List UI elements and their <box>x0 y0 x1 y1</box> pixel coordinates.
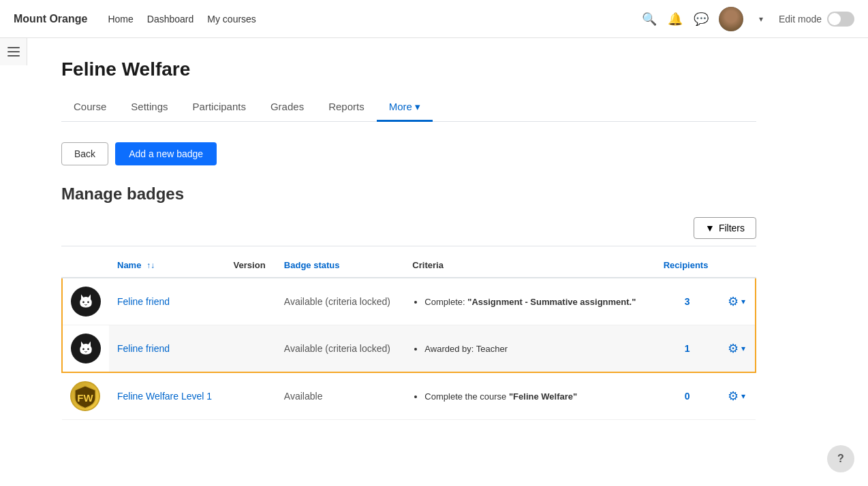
badge-criteria-cell-2: Awarded by: Teacher <box>404 325 655 373</box>
nav-links: Home Dashboard My courses <box>108 14 641 25</box>
topnav-right: 🔍 🔔 💬 ▾ Edit mode <box>641 7 854 31</box>
sort-icon: ↑↓ <box>146 261 155 270</box>
criteria-prefix-2: Awarded by: Teacher <box>424 344 508 354</box>
table-divider <box>61 246 756 246</box>
gear-icon-1: ⚙ <box>728 294 739 309</box>
badge-name-link-3[interactable]: Feline Welfare Level 1 <box>117 391 212 402</box>
badge-name-cell-3: Feline Welfare Level 1 <box>109 372 226 420</box>
user-menu-chevron-icon[interactable]: ▾ <box>753 11 769 27</box>
toggle-knob <box>828 13 841 25</box>
badge-criteria-cell-3: Complete the course "Feline Welfare" <box>404 372 655 420</box>
badge-status-text-2: Available (criteria locked) <box>284 343 390 354</box>
badge-recipients-cell-3: 0 <box>655 372 719 420</box>
sidebar-toggle-button[interactable] <box>0 38 27 65</box>
topnav: Mount Orange Home Dashboard My courses 🔍… <box>0 0 868 38</box>
tab-reports[interactable]: Reports <box>316 94 377 122</box>
badge-status-cell-2: Available (criteria locked) <box>276 325 405 373</box>
col-version-header: Version <box>226 253 276 278</box>
table-row: FW Feline Welfare Level 1 Available Comp… <box>62 372 756 420</box>
badge-version-cell-2 <box>226 325 276 373</box>
nav-mycourses[interactable]: My courses <box>207 14 256 25</box>
table-header: Name ↑↓ Version Badge status Criteria Re… <box>62 253 756 278</box>
col-recipients-header: Recipients <box>655 253 719 278</box>
badge-recipients-cell: 3 <box>655 278 719 325</box>
back-button[interactable]: Back <box>61 142 108 165</box>
action-buttons: Back Add a new badge <box>61 142 756 165</box>
badge-version-cell-3 <box>226 372 276 420</box>
badge-name-cell-2: Feline friend <box>109 325 226 373</box>
filter-icon: ▼ <box>705 223 715 233</box>
criteria-item-3: Complete the course "Feline Welfare" <box>424 391 647 402</box>
criteria-bold-1: "Assignment - Summative assignment." <box>467 297 636 307</box>
svg-text:FW: FW <box>77 392 93 404</box>
main-content: Feline Welfare Course Settings Participa… <box>34 38 784 440</box>
svg-rect-2 <box>7 55 20 56</box>
notification-bell-icon[interactable]: 🔔 <box>667 11 683 27</box>
shield-svg: FW <box>72 383 99 410</box>
page-title: Feline Welfare <box>61 59 756 80</box>
badge-status-text-3: Available <box>284 391 323 402</box>
svg-point-4 <box>87 302 89 304</box>
chevron-icon-2: ▾ <box>741 344 745 353</box>
badge-status-text-1: Available (criteria locked) <box>284 296 390 307</box>
section-title: Manage badges <box>61 184 756 204</box>
badge-status-cell: Available (criteria locked) <box>276 278 405 325</box>
filters-button[interactable]: ▼ Filters <box>694 217 756 239</box>
badge-criteria-cell: Complete: "Assignment - Summative assign… <box>404 278 655 325</box>
col-icon <box>62 253 109 278</box>
tab-participants[interactable]: Participants <box>181 94 258 122</box>
filters-label: Filters <box>719 223 745 233</box>
cat-svg <box>76 292 95 311</box>
recipients-count-2: 1 <box>685 343 690 354</box>
badge-gear-button-2[interactable]: ⚙ ▾ <box>728 341 747 356</box>
filters-row: ▼ Filters <box>61 217 756 239</box>
tab-more[interactable]: More ▾ <box>377 94 433 122</box>
criteria-prefix-1: Complete: <box>424 297 467 307</box>
badge-icon-cell-3: FW <box>62 372 109 420</box>
svg-rect-1 <box>7 51 20 52</box>
add-badge-button[interactable]: Add a new badge <box>115 142 217 165</box>
gear-icon-3: ⚙ <box>728 389 739 404</box>
criteria-item-2: Awarded by: Teacher <box>424 344 647 354</box>
criteria-bold-3: "Feline Welfare" <box>509 391 577 402</box>
svg-point-5 <box>82 349 84 351</box>
edit-mode-switch[interactable] <box>827 12 854 27</box>
badge-version-cell <box>226 278 276 325</box>
col-criteria-header: Criteria <box>404 253 655 278</box>
recipients-count-3: 0 <box>685 391 690 402</box>
cat-svg-2 <box>76 339 95 358</box>
col-name-header[interactable]: Name ↑↓ <box>109 253 226 278</box>
criteria-item-1: Complete: "Assignment - Summative assign… <box>424 297 647 307</box>
badge-name-link-2[interactable]: Feline friend <box>117 343 170 354</box>
user-avatar[interactable] <box>719 7 743 31</box>
badge-status-cell-3: Available <box>276 372 405 420</box>
tab-more-chevron-icon: ▾ <box>415 101 420 112</box>
badge-shield-icon: FW <box>70 381 100 411</box>
svg-point-6 <box>87 349 89 351</box>
badge-actions-cell: ⚙ ▾ <box>719 278 756 325</box>
badge-name-link-1[interactable]: Feline friend <box>117 296 170 307</box>
tab-grades[interactable]: Grades <box>258 94 316 122</box>
nav-dashboard[interactable]: Dashboard <box>147 14 194 25</box>
criteria-prefix-3: Complete the course <box>424 391 509 402</box>
messages-icon[interactable]: 💬 <box>693 11 709 27</box>
table-row: Feline friend Available (criteria locked… <box>62 325 756 373</box>
badge-actions-cell-3: ⚙ ▾ <box>719 372 756 420</box>
badge-cat-icon-2 <box>71 334 101 363</box>
badge-cat-icon <box>71 287 101 317</box>
tab-settings[interactable]: Settings <box>119 94 180 122</box>
badges-table: Name ↑↓ Version Badge status Criteria Re… <box>61 253 756 420</box>
col-status-header: Badge status <box>276 253 405 278</box>
edit-mode-toggle[interactable]: Edit mode <box>779 12 854 27</box>
badge-gear-button-3[interactable]: ⚙ ▾ <box>728 389 747 404</box>
course-tabs: Course Settings Participants Grades Repo… <box>61 94 756 122</box>
recipients-count-1: 3 <box>685 296 690 307</box>
tab-course[interactable]: Course <box>61 94 119 122</box>
tab-more-label: More <box>389 101 412 112</box>
badge-gear-button-1[interactable]: ⚙ ▾ <box>728 294 747 309</box>
chevron-icon-1: ▾ <box>741 297 745 306</box>
col-name-label: Name <box>117 260 141 270</box>
search-icon[interactable]: 🔍 <box>641 11 657 27</box>
badge-icon-cell <box>62 278 109 325</box>
nav-home[interactable]: Home <box>108 14 133 25</box>
